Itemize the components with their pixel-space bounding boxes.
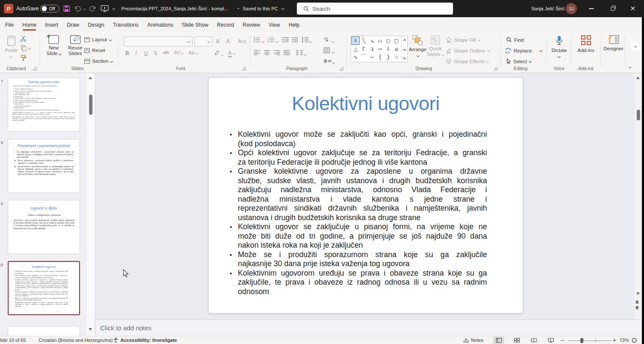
- shape-textbox[interactable]: A: [351, 37, 360, 45]
- previous-slide-button[interactable]: [635, 300, 639, 304]
- fit-to-window-icon[interactable]: [632, 338, 637, 343]
- restore-button[interactable]: [605, 0, 620, 17]
- slideshow-icon[interactable]: [101, 5, 109, 12]
- clipboard-launcher-icon[interactable]: [33, 67, 37, 71]
- align-center-button[interactable]: [264, 50, 270, 57]
- powerpoint-app-icon[interactable]: P: [4, 4, 13, 13]
- align-left-button[interactable]: [254, 50, 260, 57]
- italic-button[interactable]: I: [135, 50, 137, 56]
- autosave-toggle[interactable]: Off: [40, 5, 59, 12]
- copy-dropdown-icon[interactable]: [28, 47, 31, 50]
- notes-panel[interactable]: Click to add notes: [96, 319, 642, 336]
- collapse-ribbon-icon[interactable]: [629, 65, 632, 68]
- user-name[interactable]: Sanja Jelić Širić: [531, 6, 565, 11]
- notes-toggle[interactable]: [463, 338, 469, 344]
- menu-record[interactable]: Record: [213, 17, 238, 32]
- shape-effects-button[interactable]: Shape Effects: [446, 58, 489, 64]
- find-button[interactable]: Find: [506, 37, 524, 43]
- shape-elbow-arrow[interactable]: ↴: [368, 45, 376, 53]
- main-scroll-up-icon[interactable]: [636, 77, 640, 79]
- strikethrough-button[interactable]: ab: [163, 50, 169, 55]
- thumbnail-slide-8[interactable]: Privremeni i povremeni poslovi •Za obavl…: [8, 139, 80, 193]
- font-name-select[interactable]: [124, 37, 193, 46]
- font-launcher-icon[interactable]: [242, 67, 246, 71]
- thumbs-scrollbar[interactable]: [89, 95, 92, 115]
- drawing-launcher-icon[interactable]: [493, 67, 497, 71]
- shape-arrow[interactable]: ↘: [368, 37, 376, 45]
- select-button[interactable]: Select: [506, 58, 531, 64]
- text-shadow-button[interactable]: S: [154, 50, 157, 56]
- character-spacing-button[interactable]: AV: [174, 50, 183, 55]
- increase-indent-button[interactable]: [292, 37, 298, 44]
- menu-help[interactable]: Help: [284, 17, 304, 32]
- notes-placeholder[interactable]: Click to add notes: [100, 324, 151, 332]
- menu-view[interactable]: View: [264, 17, 284, 32]
- redo-icon[interactable]: [89, 5, 96, 12]
- shapes-gallery-scroll[interactable]: [401, 36, 407, 62]
- thumbnail-slide-9[interactable]: Ugovor o djelu • Zakon o obligacionim od…: [8, 200, 80, 254]
- shapes-gallery[interactable]: A ╲ ↘ ▭ ○ ▢ △ Γ ↴ ⇨ ⇩ ⌂ ∿ ⌒ ~ { } ☆: [351, 36, 408, 62]
- minimize-button[interactable]: [584, 0, 598, 17]
- thumbnail-slide-7[interactable]: Sadržaj ugovora o radu Ugovor o radu se …: [8, 77, 80, 132]
- main-scroll-down-icon[interactable]: [636, 292, 640, 295]
- replace-button[interactable]: bc Replace: [505, 48, 542, 53]
- menu-slideshow[interactable]: Slide Show: [178, 17, 213, 32]
- shape-outline-button[interactable]: Shape Outline: [446, 48, 490, 53]
- convert-to-smartart-button[interactable]: [324, 58, 335, 65]
- language-indicator[interactable]: Croatian (Bosnia and Herzegovina): [39, 338, 113, 343]
- copy-icon[interactable]: [21, 45, 26, 51]
- menu-review[interactable]: Review: [238, 17, 264, 32]
- slide-indicator[interactable]: Slide 10 of 65: [0, 338, 26, 343]
- addins-button[interactable]: Add-ins: [574, 35, 598, 53]
- shape-fill-button[interactable]: Shape Fill: [446, 37, 480, 43]
- menu-insert[interactable]: Insert: [41, 17, 63, 32]
- avatar[interactable]: SJ: [566, 3, 577, 14]
- quick-styles-button[interactable]: QuickStyles: [427, 35, 444, 57]
- shape-oval[interactable]: ○: [384, 37, 392, 45]
- underline-button[interactable]: U: [144, 50, 148, 56]
- shape-scribble[interactable]: ∿: [351, 53, 360, 61]
- shape-arrow-down[interactable]: ⇩: [384, 45, 392, 53]
- shrink-font-button[interactable]: A˅: [226, 38, 232, 44]
- shape-rectangle[interactable]: ▭: [376, 37, 384, 45]
- shape-triangle[interactable]: △: [351, 45, 360, 53]
- zoom-out-button[interactable]: −: [561, 337, 564, 344]
- reading-view-button[interactable]: [528, 337, 539, 344]
- highlight-button[interactable]: [214, 50, 223, 57]
- saved-status[interactable]: Saved to this PC: [243, 6, 278, 11]
- slide-canvas[interactable]: Kolektivni ugovori Kolektivni ugovor mož…: [208, 77, 523, 313]
- clear-formatting-button[interactable]: A⌫: [238, 38, 247, 44]
- columns-button[interactable]: [296, 50, 306, 57]
- change-case-button[interactable]: Aa: [188, 50, 198, 55]
- accessibility-status[interactable]: Accessibility: Investigate: [120, 338, 177, 343]
- arrange-button[interactable]: Arrange: [410, 35, 426, 58]
- align-right-button[interactable]: [274, 50, 280, 57]
- thumbnail-slide-11[interactable]: [8, 326, 80, 336]
- decrease-indent-button[interactable]: [282, 37, 289, 44]
- shape-star[interactable]: ☆: [392, 53, 401, 61]
- menu-file[interactable]: File: [1, 17, 18, 32]
- notes-toggle-label[interactable]: Notes: [471, 338, 484, 343]
- quick-access-more-icon[interactable]: [112, 7, 115, 10]
- shape-rounded-rectangle[interactable]: ▢: [392, 37, 401, 45]
- ribbon-scroll-button[interactable]: [631, 42, 640, 50]
- font-color-button[interactable]: A: [228, 49, 235, 56]
- paragraph-launcher-icon[interactable]: [339, 67, 343, 71]
- thumbs-scroll-down-icon[interactable]: [89, 328, 92, 331]
- shape-brace-left[interactable]: {: [376, 53, 384, 61]
- zoom-slider-track[interactable]: [568, 341, 611, 341]
- font-size-select[interactable]: [194, 37, 213, 46]
- align-text-button[interactable]: [324, 47, 334, 55]
- line-spacing-button[interactable]: [302, 37, 311, 44]
- undo-dropdown-icon[interactable]: [83, 7, 86, 10]
- designer-button[interactable]: Designer: [602, 35, 625, 52]
- shape-arrow-right[interactable]: ⇨: [376, 45, 384, 53]
- reset-button[interactable]: Reset: [84, 48, 105, 53]
- menu-transitions[interactable]: Transitions: [108, 17, 143, 32]
- menu-design[interactable]: Design: [83, 17, 108, 32]
- cut-icon[interactable]: [20, 35, 26, 42]
- save-icon[interactable]: [63, 5, 70, 12]
- shape-line[interactable]: ╲: [360, 37, 368, 45]
- slide-body[interactable]: Kolektivni ugovor može se zaključiti kao…: [228, 130, 487, 296]
- thumbs-scroll-up-icon[interactable]: [89, 77, 92, 79]
